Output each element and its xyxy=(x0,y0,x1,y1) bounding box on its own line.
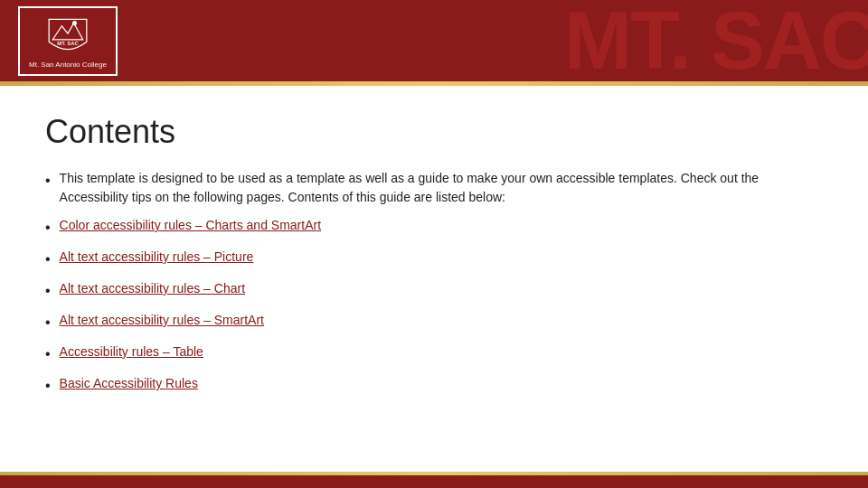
intro-text: This template is designed to be used as … xyxy=(60,169,823,207)
bullet-dot-2: • xyxy=(45,280,51,302)
link-1[interactable]: Alt text accessibility rules – Picture xyxy=(60,248,254,267)
link-0[interactable]: Color accessibility rules – Charts and S… xyxy=(60,216,321,235)
bullet-dot-intro: • xyxy=(45,170,51,192)
main-content: Contents • This template is designed to … xyxy=(0,86,868,424)
link-5[interactable]: Basic Accessibility Rules xyxy=(60,374,198,393)
header: MT. SAC Mt. San Antonio College MT. SAC xyxy=(0,0,868,81)
svg-point-1 xyxy=(72,20,77,24)
bullet-dot-0: • xyxy=(45,217,51,239)
footer-accent-line xyxy=(0,472,868,475)
logo-box: MT. SAC Mt. San Antonio College xyxy=(18,6,118,76)
logo-subtext: Mt. San Antonio College xyxy=(29,61,107,69)
bullet-dot-5: • xyxy=(45,375,51,397)
header-watermark: MT. SAC xyxy=(564,0,868,81)
svg-text:MT. SAC: MT. SAC xyxy=(57,41,79,46)
page-title: Contents xyxy=(45,113,823,151)
logo-icon: MT. SAC xyxy=(45,14,90,59)
footer xyxy=(0,472,868,488)
bullet-dot-3: • xyxy=(45,312,51,333)
logo-area: MT. SAC Mt. San Antonio College xyxy=(18,6,118,76)
bullet-dot-4: • xyxy=(45,343,51,365)
link-2[interactable]: Alt text accessibility rules – Chart xyxy=(60,279,245,298)
content-list: • This template is designed to be used a… xyxy=(45,169,823,397)
list-item-3: • Alt text accessibility rules – SmartAr… xyxy=(45,311,823,333)
link-4[interactable]: Accessibility rules – Table xyxy=(60,343,203,361)
bullet-dot-1: • xyxy=(45,249,51,270)
list-item-intro: • This template is designed to be used a… xyxy=(45,169,823,207)
list-item-2: • Alt text accessibility rules – Chart xyxy=(45,279,823,302)
list-item-1: • Alt text accessibility rules – Picture xyxy=(45,248,823,270)
list-item-5: • Basic Accessibility Rules xyxy=(45,374,823,397)
link-3[interactable]: Alt text accessibility rules – SmartArt xyxy=(60,311,264,330)
list-item-0: • Color accessibility rules – Charts and… xyxy=(45,216,823,239)
list-item-4: • Accessibility rules – Table xyxy=(45,343,823,365)
